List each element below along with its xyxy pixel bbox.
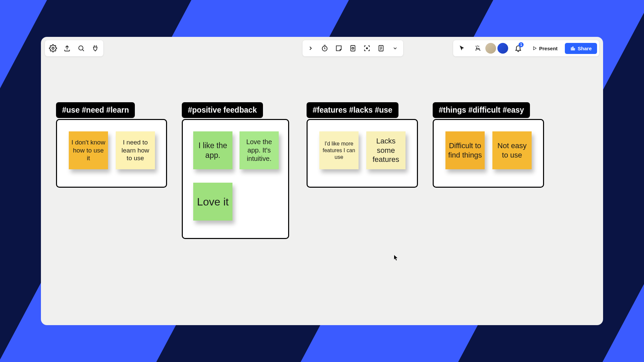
cluster-tag[interactable]: #things #difficult #easy xyxy=(433,102,530,118)
sticky-note[interactable]: Lacks some features xyxy=(366,131,406,169)
app-window: 1 Present Share #use #need #learn I don'… xyxy=(41,37,603,325)
sticky-note[interactable]: I like the app. xyxy=(193,131,232,169)
sticky-note[interactable]: Love it xyxy=(193,183,232,221)
sticky-note[interactable]: I need to learn how to use xyxy=(116,131,155,169)
sticky-note[interactable]: I'd like more features I can use xyxy=(319,131,359,169)
sticky-note[interactable]: I don't know how to use it xyxy=(69,131,108,169)
sticky-note[interactable]: Difficult to find things xyxy=(445,131,485,169)
canvas[interactable]: #use #need #learn I don't know how to us… xyxy=(41,37,603,325)
cursor-icon xyxy=(394,255,398,261)
sticky-note[interactable]: Love the app. It's intuitive. xyxy=(239,131,279,169)
cluster-tag[interactable]: #positive feedback xyxy=(182,102,263,118)
cluster-tag[interactable]: #use #need #learn xyxy=(56,102,135,118)
sticky-note[interactable]: Not easy to use xyxy=(492,131,532,169)
cluster-tag[interactable]: #features #lacks #use xyxy=(307,102,398,118)
